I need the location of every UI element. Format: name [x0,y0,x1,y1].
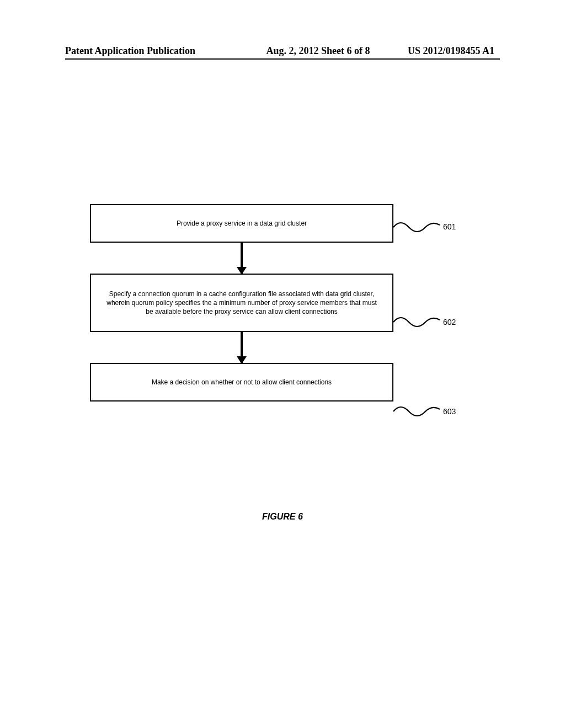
flowchart: Provide a proxy service in a data grid c… [90,204,465,402]
header-divider [65,58,500,60]
connector-603 [392,402,442,424]
connector-601 [392,217,442,239]
flow-box-603: Make a decision on whether or not to all… [90,363,393,402]
page-header: Patent Application Publication Aug. 2, 2… [0,45,565,57]
label-601: 601 [443,222,456,231]
header-left: Patent Application Publication [65,45,195,57]
flow-box-601: Provide a proxy service in a data grid c… [90,204,393,243]
label-603: 603 [443,407,456,416]
flow-box-text: Make a decision on whether or not to all… [152,378,332,387]
header-right: US 2012/0198455 A1 [408,45,494,57]
connector-602 [392,312,442,334]
flow-box-text: Specify a connection quorum in a cache c… [102,290,381,317]
header-center: Aug. 2, 2012 Sheet 6 of 8 [195,45,408,57]
flow-box-text: Provide a proxy service in a data grid c… [177,219,307,228]
label-602: 602 [443,318,456,326]
figure-caption: FIGURE 6 [0,512,565,522]
arrow-2 [90,332,393,363]
flow-box-602: Specify a connection quorum in a cache c… [90,274,393,332]
arrow-1 [90,243,393,274]
